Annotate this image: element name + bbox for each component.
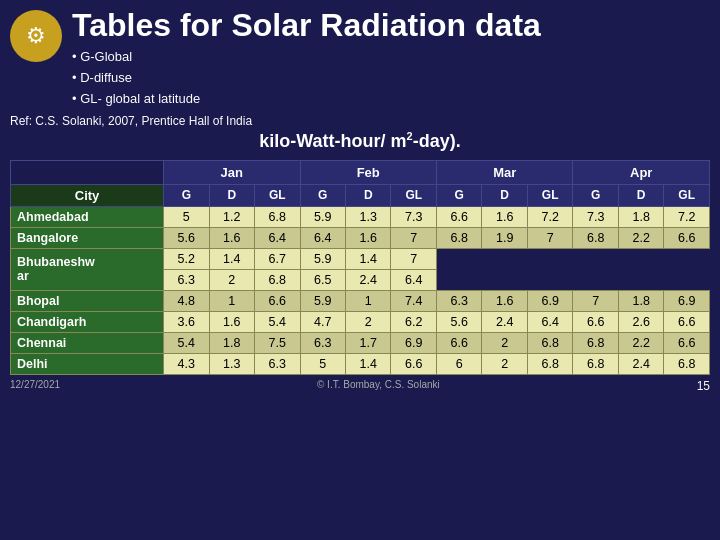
radiation-table: Jan Feb Mar Apr City G D GL G D GL G D G… [10, 160, 710, 375]
city-name-cell: Ahmedabad [11, 206, 164, 227]
apr-header: Apr [573, 160, 710, 184]
subtitle-line: kilo-Watt-hour/ m2-day). [10, 130, 710, 152]
jan-header: Jan [164, 160, 300, 184]
feb-gl: GL [391, 184, 436, 206]
footer-date: 12/27/2021 [10, 379, 60, 393]
logo-icon: ⚙ [26, 23, 46, 49]
table-row: Chandigarh3.61.65.44.726.25.62.46.46.62.… [11, 311, 710, 332]
table-row: Delhi4.31.36.351.46.6626.86.82.46.8 [11, 353, 710, 374]
title-block: Tables for Solar Radiation data • G-Glob… [72, 8, 710, 110]
jan-d: D [209, 184, 254, 206]
jan-gl: GL [255, 184, 300, 206]
mar-header: Mar [436, 160, 572, 184]
jan-g: G [164, 184, 209, 206]
reference-line: Ref: C.S. Solanki, 2007, Prentice Hall o… [10, 114, 710, 128]
apr-g: G [573, 184, 618, 206]
page-number: 15 [697, 379, 710, 393]
bullet-2: • D-diffuse [72, 68, 710, 89]
bullet-3: • GL- global at latitude [72, 89, 710, 110]
table-row: Chennai5.41.87.56.31.76.96.626.86.82.26.… [11, 332, 710, 353]
bullet-1: • G-Global [72, 47, 710, 68]
page-title: Tables for Solar Radiation data [72, 8, 710, 43]
apr-d: D [618, 184, 663, 206]
month-header-row: Jan Feb Mar Apr [11, 160, 710, 184]
feb-d: D [346, 184, 391, 206]
table-body: Ahmedabad51.26.85.91.37.36.61.67.27.31.8… [11, 206, 710, 374]
mar-g: G [436, 184, 481, 206]
bullet-list: • G-Global • D-diffuse • GL- global at l… [72, 47, 710, 109]
footer: 12/27/2021 © I.T. Bombay, C.S. Solanki 1… [0, 375, 720, 395]
table-wrapper: Jan Feb Mar Apr City G D GL G D GL G D G… [0, 160, 720, 375]
city-name-cell: Chennai [11, 332, 164, 353]
header: ⚙ Tables for Solar Radiation data • G-Gl… [0, 0, 720, 114]
city-name-cell: Delhi [11, 353, 164, 374]
mar-d: D [482, 184, 527, 206]
table-row: Bhubaneshwar5.21.46.75.91.47 [11, 248, 710, 269]
city-name-cell: Chandigarh [11, 311, 164, 332]
mar-gl: GL [527, 184, 572, 206]
table-row: Bangalore5.61.66.46.41.676.81.976.82.26.… [11, 227, 710, 248]
table-row: Bhopal4.816.65.917.46.31.66.971.86.9 [11, 290, 710, 311]
footer-credit: © I.T. Bombay, C.S. Solanki [317, 379, 440, 393]
apr-gl: GL [664, 184, 710, 206]
table-row: Ahmedabad51.26.85.91.37.36.61.67.27.31.8… [11, 206, 710, 227]
city-name-cell: Bangalore [11, 227, 164, 248]
feb-g: G [300, 184, 345, 206]
city-sub-header: City [11, 184, 164, 206]
sub-header-row: City G D GL G D GL G D GL G D GL [11, 184, 710, 206]
city-col-header [11, 160, 164, 184]
city-name-cell: Bhubaneshwar [11, 248, 164, 290]
city-name-cell: Bhopal [11, 290, 164, 311]
logo: ⚙ [10, 10, 62, 62]
feb-header: Feb [300, 160, 436, 184]
